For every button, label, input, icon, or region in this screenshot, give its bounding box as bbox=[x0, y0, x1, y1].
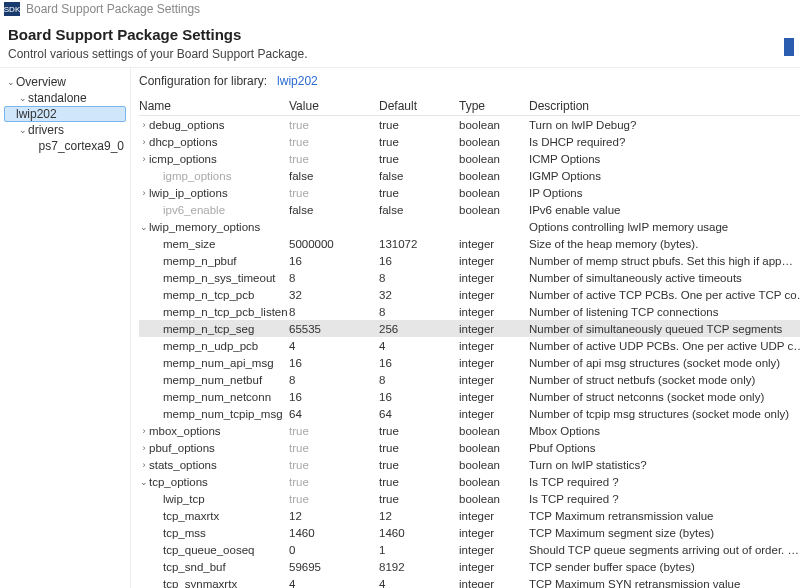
table-row[interactable]: ›icmp_optionstruetruebooleanICMP Options bbox=[139, 150, 800, 167]
setting-value[interactable]: 1460 bbox=[289, 527, 379, 539]
setting-default: 64 bbox=[379, 408, 459, 420]
setting-default: 8 bbox=[379, 272, 459, 284]
tree-twisty-icon[interactable]: ⌄ bbox=[18, 125, 28, 135]
row-twisty-icon[interactable]: › bbox=[139, 426, 149, 436]
setting-description: Is TCP required ? bbox=[529, 476, 800, 488]
library-name-link[interactable]: lwip202 bbox=[277, 74, 318, 88]
setting-default: true bbox=[379, 493, 459, 505]
setting-type: boolean bbox=[459, 136, 529, 148]
table-row[interactable]: ⌄lwip_memory_optionsOptions controlling … bbox=[139, 218, 800, 235]
setting-value[interactable]: true bbox=[289, 119, 379, 131]
setting-value[interactable]: true bbox=[289, 425, 379, 437]
setting-type: integer bbox=[459, 408, 529, 420]
setting-value[interactable]: true bbox=[289, 153, 379, 165]
table-row[interactable]: mem_size5000000131072integerSize of the … bbox=[139, 235, 800, 252]
col-default[interactable]: Default bbox=[379, 99, 459, 113]
table-row[interactable]: tcp_synmaxrtx44integerTCP Maximum SYN re… bbox=[139, 575, 800, 588]
col-value[interactable]: Value bbox=[289, 99, 379, 113]
setting-description: Size of the heap memory (bytes). bbox=[529, 238, 800, 250]
row-twisty-icon[interactable]: › bbox=[139, 460, 149, 470]
setting-type: integer bbox=[459, 289, 529, 301]
setting-value[interactable]: 12 bbox=[289, 510, 379, 522]
setting-value[interactable]: 8 bbox=[289, 374, 379, 386]
setting-value[interactable]: 8 bbox=[289, 306, 379, 318]
table-row[interactable]: ›mbox_optionstruetruebooleanMbox Options bbox=[139, 422, 800, 439]
table-row[interactable]: tcp_queue_ooseq01integerShould TCP queue… bbox=[139, 541, 800, 558]
tree-item-drivers[interactable]: ⌄drivers bbox=[4, 122, 126, 138]
row-twisty-icon[interactable]: › bbox=[139, 154, 149, 164]
setting-default: true bbox=[379, 119, 459, 131]
table-row[interactable]: memp_num_netbuf88integerNumber of struct… bbox=[139, 371, 800, 388]
content: Configuration for library: lwip202 Name … bbox=[130, 68, 800, 588]
setting-type: boolean bbox=[459, 425, 529, 437]
col-desc[interactable]: Description bbox=[529, 99, 800, 113]
table-row[interactable]: ›lwip_ip_optionstruetruebooleanIP Option… bbox=[139, 184, 800, 201]
tree-item-Overview[interactable]: ⌄Overview bbox=[4, 74, 126, 90]
table-row[interactable]: tcp_maxrtx1212integerTCP Maximum retrans… bbox=[139, 507, 800, 524]
row-twisty-icon[interactable]: › bbox=[139, 120, 149, 130]
table-row[interactable]: ›pbuf_optionstruetruebooleanPbuf Options bbox=[139, 439, 800, 456]
setting-type: integer bbox=[459, 255, 529, 267]
setting-value[interactable]: 4 bbox=[289, 340, 379, 352]
col-name[interactable]: Name bbox=[139, 99, 289, 113]
table-row[interactable]: memp_n_pbuf1616integerNumber of memp str… bbox=[139, 252, 800, 269]
table-row[interactable]: tcp_mss14601460integerTCP Maximum segmen… bbox=[139, 524, 800, 541]
table-row[interactable]: memp_num_api_msg1616integerNumber of api… bbox=[139, 354, 800, 371]
tree-twisty-icon[interactable]: ⌄ bbox=[6, 77, 16, 87]
row-twisty-icon[interactable]: › bbox=[139, 137, 149, 147]
setting-value[interactable]: 16 bbox=[289, 391, 379, 403]
setting-value[interactable]: true bbox=[289, 136, 379, 148]
setting-value[interactable]: 0 bbox=[289, 544, 379, 556]
setting-default: 16 bbox=[379, 391, 459, 403]
table-row[interactable]: tcp_snd_buf596958192integerTCP sender bu… bbox=[139, 558, 800, 575]
table-row[interactable]: memp_n_tcp_seg65535256integerNumber of s… bbox=[139, 320, 800, 337]
setting-value[interactable]: 16 bbox=[289, 255, 379, 267]
setting-value[interactable]: true bbox=[289, 493, 379, 505]
setting-value[interactable]: 4 bbox=[289, 578, 379, 589]
table-row[interactable]: ›debug_optionstruetruebooleanTurn on lwI… bbox=[139, 116, 800, 133]
setting-value[interactable]: 59695 bbox=[289, 561, 379, 573]
table-row[interactable]: memp_n_tcp_pcb3232integerNumber of activ… bbox=[139, 286, 800, 303]
row-twisty-icon[interactable]: ⌄ bbox=[139, 477, 149, 487]
setting-value[interactable]: true bbox=[289, 459, 379, 471]
setting-value[interactable]: false bbox=[289, 170, 379, 182]
setting-value[interactable]: true bbox=[289, 187, 379, 199]
setting-description: TCP Maximum SYN retransmission value bbox=[529, 578, 800, 589]
setting-value[interactable]: true bbox=[289, 476, 379, 488]
setting-value[interactable]: false bbox=[289, 204, 379, 216]
tree-item-lwip202[interactable]: lwip202 bbox=[4, 106, 126, 122]
tree-item-standalone[interactable]: ⌄standalone bbox=[4, 90, 126, 106]
setting-value[interactable]: 8 bbox=[289, 272, 379, 284]
table-row[interactable]: igmp_optionsfalsefalsebooleanIGMP Option… bbox=[139, 167, 800, 184]
tree-item-label: lwip202 bbox=[16, 107, 57, 121]
table-row[interactable]: memp_num_netconn1616integerNumber of str… bbox=[139, 388, 800, 405]
setting-description: Is DHCP required? bbox=[529, 136, 800, 148]
row-twisty-icon[interactable]: › bbox=[139, 188, 149, 198]
table-row[interactable]: memp_n_udp_pcb44integerNumber of active … bbox=[139, 337, 800, 354]
setting-name: tcp_snd_buf bbox=[163, 561, 226, 573]
setting-value[interactable]: true bbox=[289, 442, 379, 454]
setting-value[interactable]: 16 bbox=[289, 357, 379, 369]
setting-name: memp_n_sys_timeout bbox=[163, 272, 276, 284]
setting-name: lwip_tcp bbox=[163, 493, 205, 505]
table-row[interactable]: ⌄tcp_optionstruetruebooleanIs TCP requir… bbox=[139, 473, 800, 490]
row-twisty-icon[interactable]: ⌄ bbox=[139, 222, 149, 232]
setting-value[interactable]: 64 bbox=[289, 408, 379, 420]
setting-value[interactable]: 32 bbox=[289, 289, 379, 301]
table-row[interactable]: memp_num_tcpip_msg6464integerNumber of t… bbox=[139, 405, 800, 422]
table-row[interactable]: ›dhcp_optionstruetruebooleanIs DHCP requ… bbox=[139, 133, 800, 150]
table-row[interactable]: ›stats_optionstruetruebooleanTurn on lwI… bbox=[139, 456, 800, 473]
col-type[interactable]: Type bbox=[459, 99, 529, 113]
row-twisty-icon[interactable]: › bbox=[139, 443, 149, 453]
table-row[interactable]: memp_n_tcp_pcb_listen88integerNumber of … bbox=[139, 303, 800, 320]
setting-value[interactable]: 65535 bbox=[289, 323, 379, 335]
tree-twisty-icon[interactable]: ⌄ bbox=[18, 93, 28, 103]
tree-item-ps7_cortexa9_0[interactable]: ps7_cortexa9_0 bbox=[4, 138, 126, 154]
table-row[interactable]: memp_n_sys_timeout88integerNumber of sim… bbox=[139, 269, 800, 286]
setting-type: integer bbox=[459, 544, 529, 556]
setting-type: integer bbox=[459, 238, 529, 250]
setting-value[interactable]: 5000000 bbox=[289, 238, 379, 250]
setting-type: integer bbox=[459, 323, 529, 335]
table-row[interactable]: lwip_tcptruetruebooleanIs TCP required ? bbox=[139, 490, 800, 507]
table-row[interactable]: ipv6_enablefalsefalsebooleanIPv6 enable … bbox=[139, 201, 800, 218]
